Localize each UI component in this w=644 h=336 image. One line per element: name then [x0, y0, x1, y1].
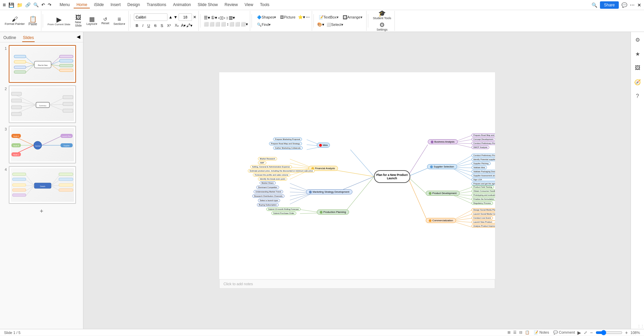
marketing-branch[interactable]: Marketing Strategy Development — [306, 189, 352, 194]
share-button[interactable]: Share — [600, 1, 619, 9]
subscript-btn[interactable]: X₂ — [173, 23, 180, 28]
leaf-c-launch-campaign[interactable]: Launch Social Media Campaign — [471, 212, 495, 216]
leaf-submit-forecast[interactable]: Submit 13-month Rolling Forecast — [266, 208, 301, 211]
reset-btn[interactable]: ↺ Reset — [99, 16, 111, 26]
select-btn[interactable]: ⬜ Select▾ — [325, 22, 345, 28]
decrease-indent-icon[interactable]: ◁ — [218, 15, 221, 20]
commercialization-branch[interactable]: Commercialization — [426, 218, 456, 223]
layout-btn[interactable]: ▦ Layout▾ — [85, 15, 99, 26]
tab-view[interactable]: View — [242, 2, 256, 8]
leaf-ss-validate-pkg[interactable]: Validate Packaging Design — [471, 170, 495, 173]
leaf-ba-roadmap[interactable]: Prepare Road Map and Strategy — [471, 134, 495, 137]
section-btn[interactable]: ≡ Section▾ — [112, 15, 126, 26]
product-dev-branch[interactable]: Product Development — [426, 191, 460, 196]
from-current-slide-btn[interactable]: ▶ From Current Slide — [46, 15, 72, 27]
leaf-market-research[interactable]: Market Research — [258, 157, 277, 160]
view-notes-btn[interactable]: 📋 — [525, 330, 530, 335]
tab-islide[interactable]: iSlide — [91, 2, 106, 8]
slide-thumb-1[interactable]: 1 Plan for New — [1, 45, 82, 83]
font-color-icon[interactable]: A▾ — [181, 23, 186, 28]
leaf-ss-identify[interactable]: Identify Potential suppliers — [471, 158, 495, 161]
comment-icon[interactable]: 💬 — [621, 2, 627, 8]
leaf-estimate-price[interactable]: Estimate product price, including the di… — [248, 169, 315, 173]
styles-btn[interactable]: ★ — [633, 49, 643, 59]
fill-color-icon[interactable]: 🎨▾ — [317, 22, 324, 27]
leaf-ba-preliminary[interactable]: Conduct Preliminary Product Idea — [471, 142, 495, 145]
font-size-down-icon[interactable]: ▼ — [174, 15, 178, 20]
business-analysis-branch[interactable]: Business Analysis — [428, 139, 458, 144]
text-direction-icon[interactable]: ↕ — [227, 22, 229, 27]
leaf-ss-preliminary[interactable]: Conduct Preliminary Product Idea — [471, 154, 495, 157]
slide-preview-3[interactable]: Central Node A Node B Node C — [9, 126, 76, 163]
text-columns-icon[interactable]: ▥▾ — [229, 15, 235, 20]
font-name-input[interactable] — [134, 13, 167, 21]
tab-animation[interactable]: Animation — [170, 2, 193, 8]
font-size-input[interactable] — [179, 13, 192, 21]
leaf-forecast-profits[interactable]: Forecast the profits and sales volume — [253, 173, 291, 177]
font-size-up-icon[interactable]: ▲ — [168, 15, 173, 20]
central-node[interactable]: Plan for a New Product Launch — [374, 170, 410, 183]
zoom-out-btn[interactable]: − — [590, 330, 593, 335]
student-tools-btn[interactable]: 🎓 Student Tools — [372, 10, 392, 21]
leaf-c-live-event[interactable]: Conduct Live Event — [471, 216, 493, 220]
idea-branch[interactable]: Idea — [317, 143, 330, 148]
leaf-amp[interactable]: AMP — [258, 161, 266, 164]
strikethrough-btn[interactable]: S — [152, 23, 158, 28]
leaf-break-even[interactable]: Identify the break-even point — [258, 177, 288, 181]
find-btn[interactable]: 🔍 Find▾ — [255, 22, 272, 28]
view-outline-btn[interactable]: ☰ — [513, 330, 517, 335]
view-normal-btn[interactable]: ⊞ — [507, 330, 510, 335]
convert-list-icon[interactable]: ⬜ — [235, 22, 240, 27]
save-icon[interactable]: 💾 — [8, 2, 14, 8]
align-right-icon[interactable]: ⬜ — [215, 22, 220, 27]
link-icon[interactable]: 🔗 — [25, 2, 31, 7]
leaf-select-launch[interactable]: Select a launch type — [258, 199, 280, 202]
tab-review[interactable]: Review — [222, 2, 240, 8]
leaf-ss-prepare-agreement[interactable]: Prepare and get the agreement signed — [471, 182, 495, 185]
leaf-prepare-roadmap[interactable]: Prepare Road Map and Strategy — [269, 142, 302, 145]
align-top-icon[interactable]: ⬜ — [229, 22, 234, 27]
notes-btn[interactable]: 📝 Notes — [534, 330, 549, 335]
numbering-icon[interactable]: ①▾ — [211, 15, 217, 20]
redo-icon[interactable]: ↷ — [48, 2, 51, 7]
help-btn[interactable]: ? — [633, 91, 643, 101]
search-icon[interactable]: 🔍 — [592, 2, 597, 8]
leaf-prepare-mkt-proposal[interactable]: Prepare Marketing Proposal — [273, 138, 302, 141]
leaf-selling-ga[interactable]: Selling, General & Administrative Expens… — [250, 165, 292, 169]
leaf-gather-mkt[interactable]: Gather Marketing Collaterals — [273, 146, 303, 150]
panel-dots[interactable]: ⋮⋮ — [637, 324, 638, 325]
leaf-research-dist[interactable]: Research Distribution Channels — [252, 194, 285, 198]
leaf-market-share[interactable]: Market Share — [260, 181, 276, 185]
arrange-btn[interactable]: 🔲 Arrange▾ — [341, 14, 364, 20]
slide-preview-1[interactable]: Plan for New — [9, 45, 76, 83]
settings-btn[interactable]: ⚙ Settings — [375, 21, 389, 32]
line-spacing-icon[interactable]: ↕ — [226, 15, 228, 20]
slide-thumb-3[interactable]: 3 Central Node A Node B — [1, 126, 82, 163]
smart-art-icon[interactable]: ⬜▾ — [241, 22, 248, 27]
view-slide-sorter-btn[interactable]: ⊟ — [519, 330, 522, 335]
leaf-buying-sub[interactable]: Buying Subscription — [257, 203, 279, 207]
bullets-icon[interactable]: ☰▾ — [204, 15, 210, 20]
new-slide-btn[interactable]: 🖼 NewSlide — [72, 14, 84, 28]
comment-btn[interactable]: 💬 Comment — [553, 330, 575, 335]
presentation-mode-btn[interactable]: ▶ — [577, 330, 581, 335]
find-icon[interactable]: 🔍 — [33, 2, 39, 7]
bold-btn[interactable]: B — [134, 23, 140, 28]
sidebar-tab-outline[interactable]: Outline — [3, 34, 17, 42]
supplier-branch[interactable]: Supplier Selection — [427, 164, 457, 169]
align-center-icon[interactable]: ⬜ — [210, 22, 215, 27]
leaf-c-social-media[interactable]: Design Social Media Plan — [471, 208, 495, 212]
justify-icon[interactable]: ⬜ — [221, 22, 226, 27]
notes-bar[interactable]: Click to add notes — [219, 279, 495, 289]
undo-icon[interactable]: ↶ — [41, 2, 45, 7]
leaf-ss-validate[interactable]: Validate Idea — [471, 166, 487, 169]
leaf-pd-testing[interactable]: Product Field Testing — [471, 185, 494, 189]
leaf-c-launch[interactable]: Launch New Product Analyse Post Purchase — [471, 220, 495, 224]
collapse-sidebar-btn[interactable]: ◀ — [77, 34, 80, 42]
highlight-icon[interactable]: 🖍▾ — [186, 23, 192, 28]
close-icon[interactable]: ✕ — [637, 2, 641, 8]
open-icon[interactable]: 📁 — [17, 2, 23, 8]
format-painter-btn[interactable]: 🖌 Format Painter — [3, 15, 26, 26]
textbox-btn[interactable]: 📝 TextBox▾ — [317, 14, 340, 20]
zoom-slider[interactable] — [596, 330, 622, 335]
